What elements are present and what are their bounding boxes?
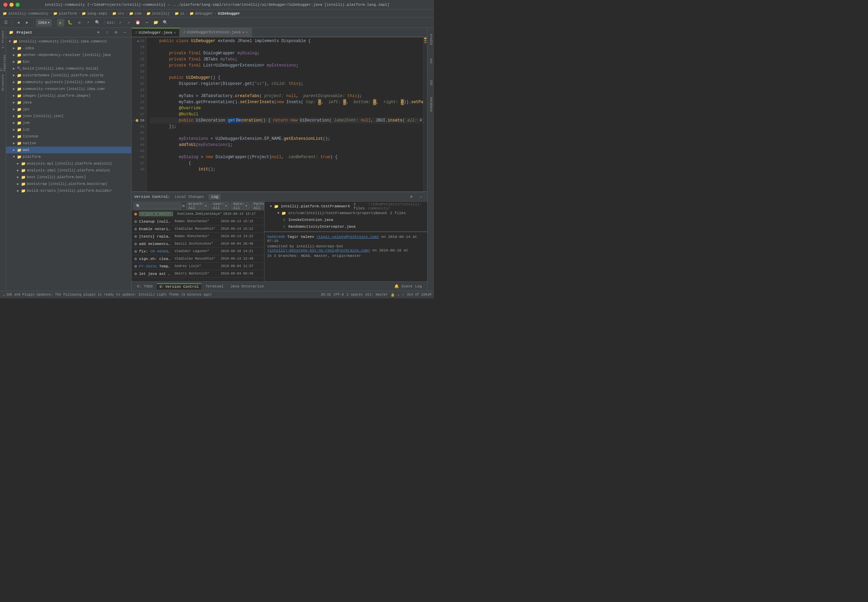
vcs-close-btn[interactable]: — [417, 193, 424, 201]
tab-close-icon[interactable]: ✕ [174, 31, 176, 35]
commit-item-1[interactable]: origin & master FUS: report if automatic… [132, 210, 264, 218]
tree-item-bootstrap[interactable]: ▶ 📁 bootstrap [intellij.platform.bootstr… [6, 181, 131, 187]
sidebar-item-gradle[interactable]: Gradle [428, 29, 434, 49]
tree-item-native[interactable]: ▶ 📁 native [6, 140, 131, 147]
breadcrumb-item[interactable]: lang-impl [87, 12, 107, 15]
commit-item-7[interactable]: sign.sh: cleanup files from previous sig… [132, 255, 264, 263]
toolbar-nav-back[interactable]: ◀ [15, 19, 22, 26]
py-link[interactable]: PY-36231 [139, 264, 157, 269]
commit-item-6[interactable]: fix: CR-48380: IDEA-216202 Switch to SSH… [132, 248, 264, 255]
profile-button[interactable]: ⚡ [84, 19, 92, 26]
tab-terminal[interactable]: Terminal [203, 284, 226, 289]
breadcrumb-current[interactable]: UiDebugger [218, 12, 240, 15]
sidebar-item-favorites[interactable]: 2: Favorites [0, 51, 6, 71]
sidebar-item-cdi[interactable]: CDI [428, 73, 434, 93]
detail-module-row[interactable]: ▼ 📁 intellij.platform.testFramework 2 fi… [267, 203, 424, 210]
sidebar-item-structure[interactable]: Structure [0, 73, 6, 93]
toolbar-menu-button[interactable]: ☰ [2, 19, 9, 26]
sidebar-item-project[interactable]: 1: Project [0, 29, 6, 49]
tab-todo[interactable]: 6: TODO [134, 284, 155, 289]
analyze-button[interactable]: 🔍 [93, 19, 102, 26]
detail-subfolder-row[interactable]: ▼ 📁 src/com/intellij/testFramework/prope… [267, 210, 424, 217]
cr-link[interactable]: CR-48380 [150, 249, 170, 253]
minimize-button[interactable] [9, 3, 14, 7]
tree-item-jps[interactable]: ▶ 📁 jps [6, 106, 131, 113]
tab-uidebugger[interactable]: J UiDebugger.java ✕ [132, 28, 180, 37]
tree-item-java[interactable]: ▶ 📁 java [6, 99, 131, 106]
tree-item-json[interactable]: ▶ 📁 json [intellij.json] [6, 113, 131, 120]
tab-close-icon[interactable]: ✕ [246, 30, 248, 34]
sidebar-item-database[interactable]: Database [428, 94, 434, 115]
tab-java-enterprise[interactable]: Java Enterprise [228, 284, 266, 289]
tree-item-jvm[interactable]: ▶ 📁 jvm [6, 120, 131, 126]
tree-item-community-guitests[interactable]: ▶ 📁 community-guitests [intellij.idea.co… [6, 79, 131, 86]
tree-item-bin[interactable]: ▶ 📁 bin [6, 58, 131, 65]
git-rollback[interactable]: ↩ [143, 19, 150, 26]
git-push[interactable]: ⏰ [133, 19, 142, 26]
commit-item-3[interactable]: Enable notarization for macOS distributi… [132, 225, 264, 233]
status-indent[interactable]: 2 spaces [346, 293, 363, 296]
debug-button[interactable]: 🐛 [66, 19, 74, 26]
vcs-log-tab[interactable]: Log [208, 194, 221, 200]
tree-item-license[interactable]: ▶ 📁 license [6, 133, 131, 140]
tree-item-community-resources[interactable]: ▶ 📁 community-resources [intellij.idea.c… [6, 86, 131, 92]
tree-item-analysis-api[interactable]: ▶ 📁 analysis-api [intellij.platform.anal… [6, 160, 131, 167]
tree-item-boot[interactable]: ▶ 📁 boot [intellij.platform.boot] [6, 174, 131, 181]
git-history[interactable]: 📁 [152, 19, 160, 26]
status-git[interactable]: Git: master [366, 293, 388, 296]
sidebar-item-ant[interactable]: Ant [428, 51, 434, 71]
idea-dropdown[interactable]: IDEA ▾ [36, 19, 52, 26]
maximize-button[interactable] [15, 3, 20, 7]
tree-item-intellij-community[interactable]: ▼ 📁 intellij-community [intellij.idea.co… [6, 38, 131, 45]
detail-file1-row[interactable]: J InvokeIntention.java [267, 217, 424, 223]
project-collapse-btn[interactable]: ↕ [103, 29, 111, 36]
git-update[interactable]: ✓ [116, 19, 124, 26]
tree-item-colorschemes[interactable]: ▶ 📁 colorSchemes [intellij.platform.colo… [6, 72, 131, 79]
breadcrumb-item[interactable]: src [118, 12, 124, 15]
status-lines[interactable]: 314 of 1981M [407, 293, 431, 296]
toolbar-nav-forward[interactable]: ▶ [23, 19, 31, 26]
traffic-lights[interactable] [3, 3, 20, 7]
git-search[interactable]: 🔍 [161, 19, 170, 26]
tree-item-lib[interactable]: ▶ 📁 lib [6, 126, 131, 133]
vcs-text-filter-btn[interactable]: ⊞ [182, 202, 185, 210]
tree-item-images[interactable]: ▶ 📁 images [intellij.platform.images] [6, 92, 131, 99]
run-button[interactable]: ▶ [57, 19, 64, 26]
status-warning-text[interactable]: IDE and Plugin Updates: The following pl… [6, 293, 211, 296]
breadcrumb-item[interactable]: com [135, 12, 141, 15]
vcs-local-changes-tab[interactable]: Local Changes [172, 194, 207, 200]
breadcrumb-item[interactable]: intellij-community [8, 12, 49, 15]
tree-item-idea[interactable]: ▶ 📁 .idea [6, 45, 131, 52]
vcs-settings-btn[interactable]: ⚙ [407, 193, 415, 201]
project-locate-btn[interactable]: ⊕ [95, 29, 102, 36]
breadcrumb-item[interactable]: ui [180, 12, 184, 15]
project-settings-btn[interactable]: ⚙ [112, 29, 120, 36]
commit-item-9[interactable]: let java ast based indices use content h… [132, 270, 264, 278]
detail-file2-row[interactable]: J RandomActivityInterceptor.java [267, 223, 424, 230]
breadcrumb-item[interactable]: intellij [152, 12, 170, 15]
committer-email[interactable]: <intellij-monorepo-bot-no-reply@jetbrain… [267, 249, 370, 252]
commit-item-2[interactable]: Cleanup (nullity; typos) Roman Shevchenk… [132, 218, 264, 225]
vcs-user-filter[interactable]: User: All ▾ [211, 203, 230, 209]
vcs-paths-filter[interactable]: Paths: All ▾ [251, 203, 265, 209]
project-close-btn[interactable]: — [121, 29, 129, 36]
code-content[interactable]: public class UiDebugger extends JPanel i… [147, 37, 423, 191]
commit-author-email[interactable]: <tagir.valeev@jetbrains.com> [316, 235, 379, 239]
status-position[interactable]: 38:32 [321, 293, 331, 296]
close-button[interactable] [3, 3, 8, 7]
status-encoding[interactable]: UTF-8 [334, 293, 344, 296]
tree-item-build[interactable]: ▶ 🔨 build [intellij.idea.community.build… [6, 65, 131, 72]
breadcrumb-item[interactable]: debugger [195, 12, 213, 15]
commit-item-4[interactable]: [tests] replaces Android-specific in-mem… [132, 233, 264, 240]
tab-uidebuggerextension[interactable]: J UiDebuggerExtension.java ● ✕ [180, 28, 252, 37]
git-commit[interactable]: ✓ [125, 19, 133, 26]
tab-event-log[interactable]: 🔔 Event Log [392, 283, 424, 289]
tree-item-analysis-impl[interactable]: ▶ 📁 analysis-impl [intellij.platform.ana… [6, 167, 131, 174]
vcs-branch-filter[interactable]: Branch: All ▾ [186, 203, 210, 209]
commit-item-5[interactable]: add #elementsAroundOffsetUp to process e… [132, 240, 264, 248]
vcs-search-input[interactable] [133, 203, 181, 209]
tree-item-build-scripts[interactable]: ▶ 📁 build-scripts [intellij.platform.bui… [6, 187, 131, 194]
breadcrumb-item[interactable]: platform [59, 12, 77, 15]
commit-item-8[interactable]: PY-36231 Temporary disable Cython extens… [132, 263, 264, 270]
tree-item-platform[interactable]: ▼ 📁 platform [6, 154, 131, 160]
